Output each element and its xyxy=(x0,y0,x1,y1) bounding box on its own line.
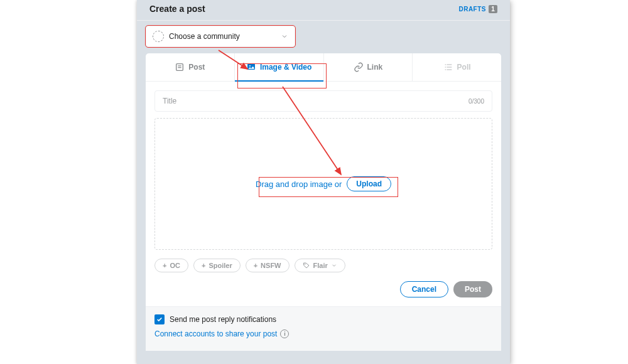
plus-icon: + xyxy=(254,262,257,269)
svg-point-11 xyxy=(305,264,305,265)
tabs: Post Image & Video Link Poll xyxy=(146,53,501,82)
chevron-down-icon xyxy=(281,33,288,40)
svg-point-4 xyxy=(249,65,251,67)
community-select[interactable]: Choose a community xyxy=(146,26,295,47)
notify-row[interactable]: Send me post reply notifications xyxy=(154,314,492,324)
tab-post[interactable]: Post xyxy=(146,53,235,81)
flair-label: Flair xyxy=(313,262,328,269)
checkbox-checked-icon[interactable] xyxy=(154,314,165,324)
post-button[interactable]: Post xyxy=(453,281,492,297)
tab-poll: Poll xyxy=(413,53,501,81)
tab-link[interactable]: Link xyxy=(324,53,413,81)
nsfw-tag[interactable]: + NSFW xyxy=(246,259,290,272)
upload-button[interactable]: Upload xyxy=(347,176,391,191)
upload-dropzone[interactable]: Drag and drop image or Upload xyxy=(154,118,492,250)
page-title: Create a post xyxy=(149,4,205,14)
drafts-button[interactable]: DRAFTS 1 xyxy=(458,5,497,13)
community-placeholder-icon xyxy=(153,31,164,42)
poll-icon xyxy=(443,62,453,72)
drafts-count-badge: 1 xyxy=(489,5,497,13)
tab-post-label: Post xyxy=(188,63,205,72)
flair-tag[interactable]: Flair xyxy=(295,259,345,272)
create-post-card: Create a post DRAFTS 1 Choose a communit… xyxy=(137,0,510,364)
spoiler-tag[interactable]: + Spoiler xyxy=(193,259,241,272)
tab-image-video[interactable]: Image & Video xyxy=(235,53,324,81)
oc-label: OC xyxy=(170,262,180,269)
post-icon xyxy=(175,62,185,72)
link-icon xyxy=(354,62,364,72)
tab-link-label: Link xyxy=(367,63,383,72)
image-icon xyxy=(246,62,256,72)
post-panel: Post Image & Video Link Poll xyxy=(146,53,501,351)
title-count: 0/300 xyxy=(468,98,484,105)
footer: Send me post reply notifications Connect… xyxy=(146,307,501,351)
dropzone-text: Drag and drop image or xyxy=(256,179,342,189)
title-placeholder: Title xyxy=(163,97,468,105)
drafts-label: DRAFTS xyxy=(458,6,486,13)
header: Create a post DRAFTS 1 xyxy=(137,0,510,21)
tag-row: + OC + Spoiler + NSFW Flair xyxy=(154,259,492,272)
community-placeholder-text: Choose a community xyxy=(169,32,281,41)
plus-icon: + xyxy=(163,262,166,269)
notify-label: Send me post reply notifications xyxy=(170,315,276,324)
cancel-button[interactable]: Cancel xyxy=(400,281,448,297)
connect-label: Connect accounts to share your post xyxy=(154,329,277,338)
oc-tag[interactable]: + OC xyxy=(154,259,188,272)
chevron-down-icon xyxy=(331,262,337,269)
info-icon: i xyxy=(280,329,289,338)
connect-accounts-link[interactable]: Connect accounts to share your post i xyxy=(154,329,492,338)
flair-icon xyxy=(303,262,310,269)
tab-poll-label: Poll xyxy=(457,63,471,72)
tab-image-label: Image & Video xyxy=(260,63,311,72)
community-row: Choose a community xyxy=(137,21,510,53)
spoiler-label: Spoiler xyxy=(208,262,232,269)
actions: Cancel Post xyxy=(146,272,501,307)
title-input[interactable]: Title 0/300 xyxy=(154,90,492,112)
nsfw-label: NSFW xyxy=(261,262,281,269)
plus-icon: + xyxy=(202,262,205,269)
